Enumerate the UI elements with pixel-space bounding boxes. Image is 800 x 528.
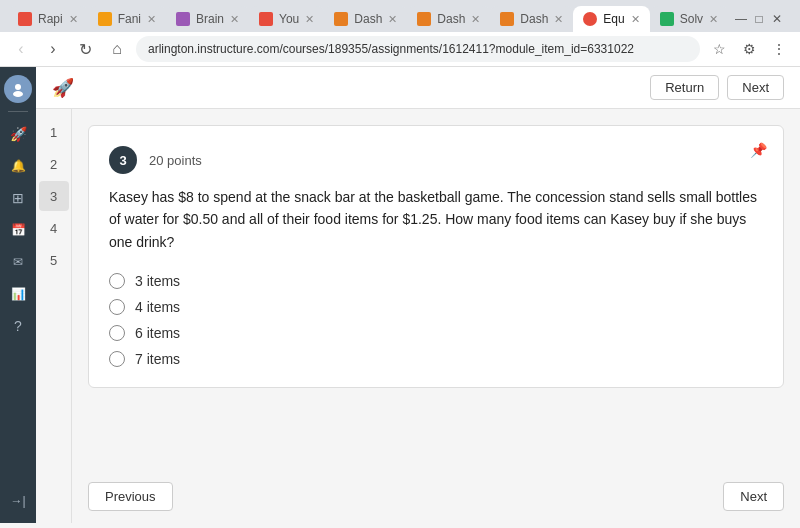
radio-3[interactable]: [109, 273, 125, 289]
close-button[interactable]: ✕: [770, 12, 784, 26]
next-bottom-button[interactable]: Next: [723, 482, 784, 511]
tab-favicon-dash3: [500, 12, 514, 26]
toolbar-right: Return Next: [650, 75, 784, 100]
tab-close-dash1[interactable]: ✕: [388, 13, 397, 26]
sidebar-divider-1: [8, 111, 28, 112]
nav-icons: ☆ ⚙ ⋮: [706, 36, 792, 62]
tab-favicon-dash2: [417, 12, 431, 26]
radio-7[interactable]: [109, 351, 125, 367]
tab-dash2[interactable]: Dash ✕: [407, 6, 490, 32]
question-points: 20 points: [149, 153, 202, 168]
address-bar[interactable]: [136, 36, 700, 62]
sidebar-icon-rocket[interactable]: 🚀: [4, 120, 32, 148]
sidebar-icon-calendar[interactable]: 📅: [4, 216, 32, 244]
navigation-bar: ‹ › ↻ ⌂ ☆ ⚙ ⋮: [0, 32, 800, 67]
return-button[interactable]: Return: [650, 75, 719, 100]
tab-close-solv[interactable]: ✕: [709, 13, 718, 26]
tab-equ[interactable]: Equ ✕: [573, 6, 649, 32]
courses-icon: ⊞: [12, 190, 24, 206]
tab-close-dash3[interactable]: ✕: [554, 13, 563, 26]
tab-close-brain[interactable]: ✕: [230, 13, 239, 26]
pin-icon[interactable]: 📌: [750, 142, 767, 158]
maximize-button[interactable]: □: [752, 12, 766, 26]
answer-options: 3 items 4 items 6 items: [109, 273, 763, 367]
tab-label-dash2: Dash: [437, 12, 465, 26]
forward-button[interactable]: ›: [40, 36, 66, 62]
sidebar-icon-notification[interactable]: 🔔: [4, 152, 32, 180]
secondary-sidebar: 1 2 3 4 5: [36, 109, 72, 523]
app-layout: 🚀 🔔 ⊞ 📅 ✉ 📊 ? →| 🚀: [0, 67, 800, 523]
extensions-button[interactable]: ⚙: [736, 36, 762, 62]
menu-button[interactable]: ⋮: [766, 36, 792, 62]
sidebar-icon-collapse[interactable]: →|: [4, 487, 32, 515]
svg-point-0: [15, 84, 21, 90]
sidebar-item-1[interactable]: 1: [39, 117, 69, 147]
rocket-icon: 🚀: [10, 126, 27, 142]
tab-label-equ: Equ: [603, 12, 624, 26]
minimize-button[interactable]: —: [734, 12, 748, 26]
question-text: Kasey has $8 to spend at the snack bar a…: [109, 186, 763, 253]
tab-close-fan[interactable]: ✕: [147, 13, 156, 26]
top-toolbar: 🚀 Return Next: [36, 67, 800, 109]
sidebar-item-4[interactable]: 4: [39, 213, 69, 243]
calendar-icon: 📅: [11, 223, 26, 237]
sidebar-item-5[interactable]: 5: [39, 245, 69, 275]
radio-6[interactable]: [109, 325, 125, 341]
answer-option-3[interactable]: 3 items: [109, 273, 763, 289]
main-content: 3 20 points 📌 Kasey has $8 to spend at t…: [72, 109, 800, 523]
tab-favicon-equ: [583, 12, 597, 26]
tab-solv[interactable]: Solv ✕: [650, 6, 728, 32]
tab-yt[interactable]: You ✕: [249, 6, 324, 32]
sidebar-icon-help[interactable]: ?: [4, 312, 32, 340]
tab-close-dash2[interactable]: ✕: [471, 13, 480, 26]
notification-icon: 🔔: [11, 159, 26, 173]
collapse-icon: →|: [10, 494, 25, 508]
next-top-button[interactable]: Next: [727, 75, 784, 100]
tab-fan[interactable]: Fani ✕: [88, 6, 166, 32]
tab-dash3[interactable]: Dash ✕: [490, 6, 573, 32]
tab-close-yt[interactable]: ✕: [305, 13, 314, 26]
tab-rapi[interactable]: Rapi ✕: [8, 6, 88, 32]
home-button[interactable]: ⌂: [104, 36, 130, 62]
refresh-button[interactable]: ↻: [72, 36, 98, 62]
question-number: 3: [109, 146, 137, 174]
content-area: 3 20 points 📌 Kasey has $8 to spend at t…: [72, 109, 800, 470]
tab-favicon-dash1: [334, 12, 348, 26]
tab-label-solv: Solv: [680, 12, 703, 26]
back-button[interactable]: ‹: [8, 36, 34, 62]
sidebar-icon-grades[interactable]: 📊: [4, 280, 32, 308]
tab-label-dash3: Dash: [520, 12, 548, 26]
sidebar-icon-inbox[interactable]: ✉: [4, 248, 32, 276]
tab-dash1[interactable]: Dash ✕: [324, 6, 407, 32]
tab-brain[interactable]: Brain ✕: [166, 6, 249, 32]
toolbar-left: 🚀: [52, 77, 74, 99]
browser-chrome: Rapi ✕ Fani ✕ Brain ✕ You ✕ Dash ✕: [0, 0, 800, 67]
answer-option-4[interactable]: 4 items: [109, 299, 763, 315]
help-icon: ?: [14, 318, 22, 334]
answer-label-7: 7 items: [135, 351, 180, 367]
tab-favicon-rapi: [18, 12, 32, 26]
main-wrapper: 🚀 Return Next 1 2 3 4 5: [36, 67, 800, 523]
tab-label-fan: Fani: [118, 12, 141, 26]
bookmark-button[interactable]: ☆: [706, 36, 732, 62]
sidebar-item-3[interactable]: 3: [39, 181, 69, 211]
grades-icon: 📊: [11, 287, 26, 301]
sidebar-icon-courses[interactable]: ⊞: [4, 184, 32, 212]
toolbar-rocket-icon: 🚀: [52, 77, 74, 99]
avatar[interactable]: [4, 75, 32, 103]
content-row: 1 2 3 4 5 3 20 points 📌 Kasey has $8 to …: [36, 109, 800, 523]
tab-favicon-fan: [98, 12, 112, 26]
radio-4[interactable]: [109, 299, 125, 315]
inbox-icon: ✉: [13, 255, 23, 269]
bottom-nav: Previous Next: [72, 470, 800, 523]
tab-close-rapi[interactable]: ✕: [69, 13, 78, 26]
tab-favicon-brain: [176, 12, 190, 26]
tab-close-equ[interactable]: ✕: [631, 13, 640, 26]
answer-label-6: 6 items: [135, 325, 180, 341]
tab-label-yt: You: [279, 12, 299, 26]
sidebar-item-2[interactable]: 2: [39, 149, 69, 179]
answer-option-6[interactable]: 6 items: [109, 325, 763, 341]
answer-option-7[interactable]: 7 items: [109, 351, 763, 367]
tab-favicon-yt: [259, 12, 273, 26]
previous-button[interactable]: Previous: [88, 482, 173, 511]
